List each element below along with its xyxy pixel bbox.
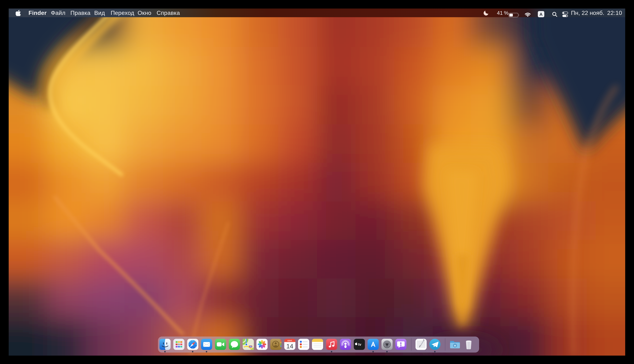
svg-text:СЕНТ.: СЕНТ. bbox=[287, 340, 292, 342]
svg-text:14: 14 bbox=[286, 343, 293, 350]
svg-text:A: A bbox=[539, 12, 543, 17]
svg-text:280: 280 bbox=[249, 346, 252, 348]
svg-text:tv: tv bbox=[358, 342, 361, 346]
